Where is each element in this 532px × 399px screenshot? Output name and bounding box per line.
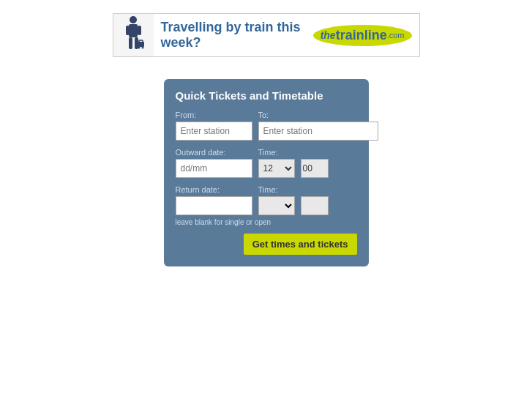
svg-point-8: [138, 47, 140, 49]
return-inputs-row: [176, 196, 357, 215]
return-hint: leave blank for single or open: [176, 218, 357, 226]
return-date-label: Return date:: [176, 185, 252, 194]
trainline-the: the: [321, 29, 336, 41]
svg-rect-3: [138, 26, 141, 35]
return-time-label: Time:: [258, 185, 357, 194]
svg-point-0: [130, 16, 137, 23]
return-hour-select[interactable]: [258, 196, 295, 215]
submit-row: Get times and tickets: [176, 234, 357, 255]
outward-labels-row: Outward date: Time:: [176, 148, 357, 157]
return-date-input[interactable]: [176, 196, 252, 215]
station-labels-row: From: To:: [176, 111, 357, 119]
to-station-input[interactable]: [258, 122, 378, 141]
widget-title: Quick Tickets and Timetable: [176, 89, 357, 102]
outward-date-label: Outward date:: [176, 148, 252, 157]
return-labels-row: Return date: Time:: [176, 185, 357, 194]
outward-minutes-input[interactable]: [301, 159, 329, 178]
return-minutes-input[interactable]: [301, 196, 329, 215]
svg-rect-2: [126, 26, 130, 35]
trainline-logo: thetrainline.com: [313, 25, 412, 46]
to-label: To:: [258, 111, 357, 119]
svg-rect-7: [139, 40, 143, 42]
traveller-icon: [121, 15, 146, 56]
banner-text: Travelling by train this week?: [161, 20, 306, 51]
banner-content: Travelling by train this week? thetrainl…: [154, 20, 419, 51]
banner: Travelling by train this week? thetrainl…: [113, 13, 420, 57]
station-inputs-row: [176, 122, 357, 141]
from-label: From:: [176, 111, 252, 119]
quick-tickets-widget: Quick Tickets and Timetable From: To: Ou…: [164, 79, 369, 266]
svg-rect-1: [129, 24, 138, 37]
from-station-input[interactable]: [176, 122, 252, 141]
get-times-button[interactable]: Get times and tickets: [244, 234, 357, 255]
trainline-main: trainline: [336, 28, 387, 43]
outward-hour-select[interactable]: 12 00010203 04050607 08091011 13141516 1…: [258, 159, 295, 178]
svg-point-9: [141, 47, 143, 49]
svg-rect-4: [129, 37, 132, 49]
trainline-com: .com: [387, 31, 405, 40]
banner-image: [113, 13, 154, 57]
outward-time-label: Time:: [258, 148, 357, 157]
outward-date-input[interactable]: [176, 159, 252, 178]
outward-inputs-row: 12 00010203 04050607 08091011 13141516 1…: [176, 159, 357, 178]
